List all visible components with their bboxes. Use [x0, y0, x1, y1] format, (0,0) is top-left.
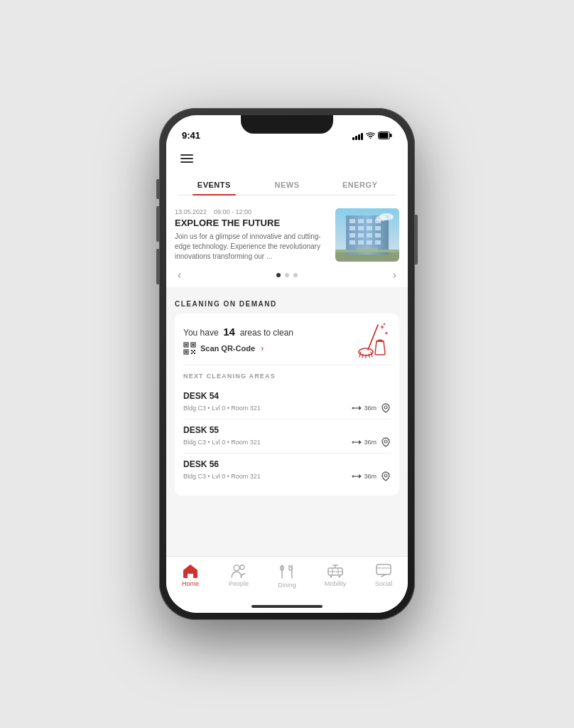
svg-point-65 — [240, 565, 244, 569]
areas-row: You have 14 areas to clean — [183, 322, 391, 358]
carousel-dot-3[interactable] — [293, 273, 298, 277]
svg-marker-58 — [359, 440, 362, 444]
svg-rect-36 — [194, 353, 195, 354]
bottom-nav: Home People — [166, 556, 408, 600]
desk-56-name: DESK 56 — [183, 459, 391, 469]
carousel-dot-2[interactable] — [285, 273, 289, 277]
navigate-icon — [352, 405, 362, 412]
desk-55-distance: 36m — [352, 439, 377, 446]
nav-home[interactable]: Home — [166, 561, 215, 592]
status-icons — [352, 132, 392, 141]
scroll-body[interactable]: 13.05.2022 09:00 - 12:00 EXPLORE THE FUT… — [166, 196, 408, 556]
dining-icon — [279, 564, 295, 579]
people-icon — [231, 564, 247, 578]
nav-mobility[interactable]: Mobility — [311, 561, 359, 592]
nav-social[interactable]: Social — [359, 561, 408, 592]
location-icon — [381, 437, 391, 447]
tab-energy[interactable]: ENERGY — [323, 175, 396, 195]
desk-54-distance: 36m — [352, 405, 377, 412]
social-icon — [376, 564, 391, 578]
carousel-prev[interactable]: ‹ — [178, 269, 181, 282]
nav-dining[interactable]: Dining — [263, 561, 311, 592]
event-title: EXPLORE THE FUTURE — [175, 218, 328, 228]
social-label: Social — [375, 580, 393, 587]
svg-point-78 — [339, 576, 341, 578]
event-image — [335, 208, 399, 262]
svg-point-55 — [384, 406, 387, 409]
cleaning-icon — [355, 322, 391, 358]
svg-rect-37 — [193, 351, 194, 353]
home-icon — [183, 564, 198, 578]
svg-point-60 — [352, 476, 354, 478]
wifi-icon — [366, 132, 375, 141]
main-tabs: EVENTS NEWS ENERGY — [178, 175, 396, 196]
qr-scan-arrow: › — [261, 343, 264, 353]
cleaning-card: You have 14 areas to clean — [175, 314, 399, 496]
event-card: 13.05.2022 09:00 - 12:00 EXPLORE THE FUT… — [175, 203, 399, 267]
phone-screen: 9:41 — [166, 115, 408, 613]
carousel-next[interactable]: › — [393, 269, 396, 282]
tab-events[interactable]: EVENTS — [178, 175, 251, 195]
status-time: 9:41 — [182, 130, 200, 141]
qr-scan-label: Scan QR-Code — [200, 344, 255, 353]
mobility-label: Mobility — [325, 580, 347, 587]
event-meta: 13.05.2022 09:00 - 12:00 — [175, 208, 328, 215]
nav-people[interactable]: People — [215, 561, 263, 592]
carousel-dot-1[interactable] — [276, 273, 281, 277]
desk-56-location: Bldg C3 • Lvl 0 • Room 321 — [183, 473, 261, 480]
people-label: People — [229, 580, 249, 587]
svg-rect-33 — [191, 350, 193, 351]
phone-frame: 9:41 — [159, 108, 415, 620]
svg-rect-32 — [185, 350, 188, 353]
battery-icon — [378, 132, 392, 141]
svg-point-63 — [384, 474, 387, 477]
qr-scan-button[interactable]: Scan QR-Code › — [183, 342, 293, 355]
location-icon — [381, 403, 391, 413]
tab-news[interactable]: NEWS — [251, 175, 324, 195]
svg-rect-1 — [390, 134, 392, 137]
event-details: 13.05.2022 09:00 - 12:00 EXPLORE THE FUT… — [175, 208, 328, 262]
cleaning-section: CLEANING ON DEMAND You have 14 areas to … — [166, 293, 408, 496]
svg-point-52 — [352, 407, 354, 410]
desk-54-name: DESK 54 — [183, 391, 391, 401]
svg-point-56 — [352, 441, 354, 444]
event-description: Join us for a glimpse of innovative and … — [175, 232, 328, 262]
desk-54-location: Bldg C3 • Lvl 0 • Room 321 — [183, 405, 261, 412]
svg-rect-2 — [379, 133, 389, 139]
phone-notch — [241, 115, 333, 134]
svg-point-77 — [330, 576, 332, 578]
cleaning-item: DESK 54 Bldg C3 • Lvl 0 • Room 321 — [183, 385, 391, 419]
svg-point-24 — [376, 215, 387, 221]
next-areas-title: NEXT CLEANING AREAS — [183, 373, 391, 380]
svg-point-59 — [384, 440, 387, 443]
home-label: Home — [182, 580, 199, 587]
divider — [183, 365, 391, 365]
carousel-controls: ‹ › — [175, 267, 399, 280]
svg-rect-79 — [377, 564, 391, 574]
mobility-icon — [327, 564, 344, 578]
volume-up-button — [156, 206, 159, 242]
qr-code-icon — [183, 342, 196, 355]
svg-rect-26 — [357, 247, 378, 252]
svg-rect-35 — [191, 353, 193, 354]
cleaning-item: DESK 55 Bldg C3 • Lvl 0 • Room 321 — [183, 419, 391, 454]
signal-icon — [352, 133, 363, 140]
navigate-icon — [352, 439, 362, 446]
svg-rect-34 — [194, 350, 195, 351]
desk-56-distance: 36m — [352, 473, 377, 480]
app-header: EVENTS NEWS ENERGY — [166, 144, 408, 196]
app-content: EVENTS NEWS ENERGY — [166, 144, 408, 613]
desk-55-name: DESK 55 — [183, 425, 391, 435]
volume-silent-button — [156, 179, 159, 199]
desk-55-location: Bldg C3 • Lvl 0 • Room 321 — [183, 439, 261, 446]
location-icon — [381, 471, 391, 481]
hamburger-menu[interactable] — [178, 149, 196, 168]
power-button — [415, 215, 418, 264]
navigate-icon — [352, 473, 362, 480]
cleaning-item: DESK 56 Bldg C3 • Lvl 0 • Room 321 — [183, 454, 391, 487]
home-indicator — [166, 600, 408, 613]
cleaning-section-title: CLEANING ON DEMAND — [175, 300, 399, 308]
volume-down-button — [156, 249, 159, 284]
svg-point-64 — [234, 565, 239, 571]
svg-rect-30 — [193, 343, 195, 346]
